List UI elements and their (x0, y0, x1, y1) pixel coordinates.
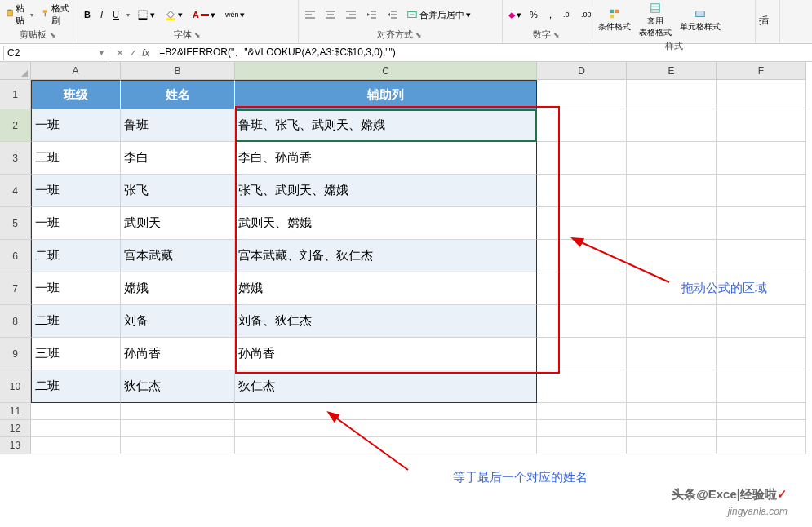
cell[interactable] (717, 175, 806, 207)
underline-button[interactable]: U (110, 9, 122, 20)
font-color-button[interactable]: A▾ (190, 9, 218, 21)
cell[interactable] (235, 420, 537, 437)
cell[interactable] (235, 403, 537, 420)
cell[interactable] (537, 420, 627, 437)
data-cell[interactable]: 狄仁杰 (235, 370, 537, 403)
row-header-1[interactable]: 1 (0, 80, 31, 109)
header-cell-B[interactable]: 姓名 (121, 80, 235, 109)
bold-button[interactable]: B (82, 9, 93, 20)
cell[interactable] (717, 370, 806, 403)
cell[interactable] (537, 207, 627, 240)
col-header-B[interactable]: B (121, 62, 235, 80)
cell[interactable] (627, 370, 717, 403)
header-cell-C[interactable]: 辅助列 (235, 80, 537, 109)
dialog-launcher-icon[interactable]: ⬊ (194, 31, 202, 39)
cell[interactable] (537, 437, 627, 454)
italic-button[interactable]: I (98, 9, 105, 20)
data-cell[interactable]: 鲁班 (121, 109, 235, 142)
paste-button[interactable]: 粘贴▾ (3, 2, 36, 28)
cell[interactable] (717, 207, 806, 240)
name-box[interactable]: C2 ▼ (3, 46, 109, 60)
row-header-11[interactable]: 11 (0, 403, 31, 420)
data-cell[interactable]: 刘备 (121, 305, 235, 338)
decrease-decimal-button[interactable]: .00 (579, 9, 593, 20)
indent-decrease-button[interactable] (363, 8, 379, 21)
row-header-4[interactable]: 4 (0, 175, 31, 207)
increase-decimal-button[interactable]: .0 (561, 9, 575, 20)
data-cell[interactable]: 三班 (31, 338, 121, 370)
cell[interactable] (537, 370, 627, 403)
data-cell[interactable]: 李白、孙尚香 (235, 142, 537, 175)
cell[interactable] (31, 420, 121, 437)
data-cell[interactable]: 刘备、狄仁杰 (235, 305, 537, 338)
data-cell[interactable]: 宫本武藏、刘备、狄仁杰 (235, 240, 537, 272)
merge-center-button[interactable]: 合并后居中 ▾ (404, 8, 473, 22)
data-cell[interactable]: 嫦娥 (235, 272, 537, 305)
comma-button[interactable]: ， (544, 8, 557, 22)
cell[interactable] (717, 142, 806, 175)
cell-style-button[interactable]: 单元格样式 (677, 7, 723, 33)
row-header-9[interactable]: 9 (0, 338, 31, 370)
cell[interactable] (717, 109, 806, 142)
data-cell[interactable]: 孙尚香 (235, 338, 537, 370)
conditional-format-button[interactable]: 条件格式 (596, 7, 633, 33)
cell[interactable] (627, 338, 717, 370)
align-right-button[interactable] (343, 8, 359, 21)
data-cell[interactable]: 一班 (31, 207, 121, 240)
row-header-6[interactable]: 6 (0, 240, 31, 272)
data-cell[interactable]: 嫦娥 (121, 272, 235, 305)
percent-button[interactable]: % (527, 9, 540, 20)
cell[interactable] (627, 437, 717, 454)
row-header-3[interactable]: 3 (0, 142, 31, 175)
data-cell[interactable]: 鲁班、张飞、武则天、嫦娥 (235, 109, 537, 142)
dialog-launcher-icon[interactable]: ⬊ (50, 31, 58, 39)
cell[interactable] (537, 272, 627, 305)
cell[interactable] (717, 338, 806, 370)
col-header-F[interactable]: F (717, 62, 806, 80)
data-cell[interactable]: 二班 (31, 240, 121, 272)
row-header-2[interactable]: 2 (0, 109, 31, 142)
cell[interactable] (627, 403, 717, 420)
insert-function-button[interactable]: fx (142, 47, 149, 59)
cell[interactable] (235, 437, 537, 454)
chevron-down-icon[interactable]: ▼ (98, 49, 105, 57)
cell[interactable] (537, 305, 627, 338)
data-cell[interactable]: 一班 (31, 175, 121, 207)
col-header-A[interactable]: A (31, 62, 121, 80)
data-cell[interactable]: 二班 (31, 370, 121, 403)
cell[interactable] (537, 80, 627, 109)
row-header-10[interactable]: 10 (0, 370, 31, 403)
cell[interactable] (717, 437, 806, 454)
cell[interactable] (717, 403, 806, 420)
align-center-button[interactable] (322, 8, 339, 21)
row-header-7[interactable]: 7 (0, 272, 31, 305)
cell[interactable] (717, 305, 806, 338)
cell[interactable] (627, 109, 717, 142)
cell[interactable] (627, 175, 717, 207)
cell[interactable] (537, 403, 627, 420)
cell[interactable] (537, 338, 627, 370)
header-cell-A[interactable]: 班级 (31, 80, 121, 109)
cancel-formula-button[interactable]: ✕ (116, 47, 124, 59)
phonetic-button[interactable]: wén▾ (223, 9, 248, 21)
formula-input[interactable]: =B2&IFERROR("、"&VLOOKUP(A2,A3:$C$10,3,0)… (156, 46, 812, 60)
cell[interactable] (627, 240, 717, 272)
align-left-button[interactable] (302, 8, 318, 21)
cell[interactable] (31, 437, 121, 454)
cell[interactable] (717, 240, 806, 272)
cell[interactable] (537, 175, 627, 207)
data-cell[interactable]: 张飞、武则天、嫦娥 (235, 175, 537, 207)
cell[interactable] (121, 403, 235, 420)
col-header-D[interactable]: D (537, 62, 627, 80)
data-cell[interactable]: 一班 (31, 109, 121, 142)
cell[interactable] (31, 403, 121, 420)
data-cell[interactable]: 李白 (121, 142, 235, 175)
data-cell[interactable]: 武则天、嫦娥 (235, 207, 537, 240)
col-header-E[interactable]: E (627, 62, 717, 80)
border-button[interactable]: ▾ (135, 8, 158, 21)
table-format-button[interactable]: 套用 表格格式 (637, 2, 674, 39)
currency-button[interactable]: ◆▾ (506, 9, 524, 21)
row-header-12[interactable]: 12 (0, 420, 31, 437)
cell[interactable] (717, 420, 806, 437)
cells-area[interactable]: 班级姓名辅助列一班鲁班鲁班、张飞、武则天、嫦娥三班李白李白、孙尚香一班张飞张飞、… (31, 80, 806, 454)
